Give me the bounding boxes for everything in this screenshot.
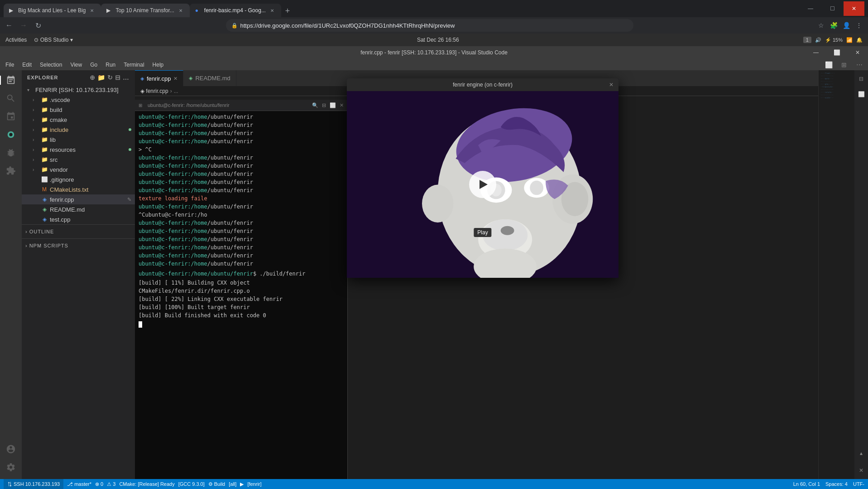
status-cmake[interactable]: CMake: [Release] Ready bbox=[119, 481, 174, 487]
menu-go[interactable]: Go bbox=[86, 61, 101, 69]
menu-help[interactable]: Help bbox=[149, 61, 168, 69]
terminal-cursor-line[interactable] bbox=[135, 320, 347, 329]
npm-header[interactable]: › NPM SCRIPTS bbox=[22, 241, 135, 251]
status-line-col[interactable]: Ln 60, Col 1 bbox=[793, 481, 820, 487]
profile-icon[interactable]: 👤 bbox=[841, 20, 852, 31]
extensions-icon[interactable]: 🧩 bbox=[828, 20, 839, 31]
status-errors[interactable]: ⊗ 0 bbox=[95, 481, 103, 487]
reload-button[interactable]: ↻ bbox=[33, 20, 43, 31]
right-side-icon4[interactable]: ✕ bbox=[854, 464, 868, 477]
status-all[interactable]: [all] bbox=[229, 481, 236, 487]
tab3-close[interactable]: ✕ bbox=[269, 7, 276, 14]
tab2-close[interactable]: ✕ bbox=[177, 7, 184, 14]
status-ssh[interactable]: ⮁ SSH 10.176.233.193 bbox=[4, 479, 63, 489]
activity-debug[interactable] bbox=[3, 145, 19, 161]
menu-selection[interactable]: Selection bbox=[36, 61, 66, 69]
activity-bar bbox=[0, 70, 22, 479]
tree-root[interactable]: ▾ FENRIR [SSH: 10.176.233.193] bbox=[22, 85, 135, 95]
menu-file[interactable]: File bbox=[2, 61, 18, 69]
new-tab-button[interactable]: + bbox=[281, 5, 294, 17]
refresh-icon[interactable]: ↻ bbox=[107, 74, 113, 81]
tree-item-gitignore[interactable]: ⬜ .gitignore bbox=[22, 174, 135, 184]
tree-item-include[interactable]: › 📁 include bbox=[22, 125, 135, 135]
menu-icon[interactable]: ⋮ bbox=[854, 20, 864, 31]
obs-menu[interactable]: ⊙ OBS Studio ▾ bbox=[34, 37, 72, 43]
right-side-icon2[interactable]: ⬜ bbox=[854, 87, 868, 101]
browser-tab-1[interactable]: ▶ Big Mack and Lies - Lee Big ✕ bbox=[4, 4, 101, 17]
tree-item-cmakelists[interactable]: M CMakeLists.txt bbox=[22, 184, 135, 194]
bookmark-icon[interactable]: ☆ bbox=[815, 20, 826, 31]
gcc-label: [GCC 9.3.0] bbox=[178, 481, 205, 487]
status-git[interactable]: ⎇ master* bbox=[67, 481, 91, 487]
activity-accounts[interactable] bbox=[3, 441, 19, 457]
tree-item-vscode[interactable]: › 📁 .vscode bbox=[22, 95, 135, 105]
tree-item-lib[interactable]: › 📁 lib bbox=[22, 135, 135, 145]
svg-point-15 bbox=[501, 226, 514, 235]
activity-bottom bbox=[3, 441, 19, 479]
close-button[interactable]: ✕ bbox=[844, 1, 864, 16]
activity-scm[interactable] bbox=[3, 108, 19, 125]
split-editor-icon[interactable]: ⬜ bbox=[822, 58, 835, 72]
new-file-icon[interactable]: ⊕ bbox=[90, 74, 96, 81]
collapse-icon[interactable]: ⊟ bbox=[115, 74, 121, 81]
terminal-close-icon[interactable]: ✕ bbox=[340, 102, 344, 108]
menu-run[interactable]: Run bbox=[102, 61, 119, 69]
more-icon[interactable]: … bbox=[123, 74, 129, 81]
tab-fenrir-cpp[interactable]: ◈ fenrir.cpp ✕ bbox=[135, 70, 183, 86]
tree-item-fenrir-cpp[interactable]: ◈ fenrir.cpp ✎ bbox=[22, 194, 135, 204]
vscode-minimize[interactable]: — bbox=[806, 46, 826, 59]
menu-view[interactable]: View bbox=[67, 61, 86, 69]
tab1-close[interactable]: ✕ bbox=[88, 7, 96, 14]
layout-icon[interactable]: ⊞ bbox=[837, 58, 851, 72]
status-spaces[interactable]: Spaces: 4 bbox=[825, 481, 848, 487]
activity-extensions[interactable] bbox=[3, 163, 19, 179]
video-play-button[interactable] bbox=[469, 171, 496, 198]
activity-search[interactable] bbox=[3, 90, 19, 107]
new-folder-icon[interactable]: 📁 bbox=[97, 74, 106, 81]
term-line: ubuntu@c-fenrir:/home/ubuntu/fenrir bbox=[139, 227, 344, 235]
status-gcc[interactable]: [GCC 9.3.0] bbox=[178, 481, 205, 487]
minimize-button[interactable]: — bbox=[800, 1, 821, 16]
menu-terminal[interactable]: Terminal bbox=[120, 61, 148, 69]
video-close-button[interactable]: ✕ bbox=[608, 81, 615, 88]
url-bar[interactable]: 🔒 https://drive.google.com/file/d/1URc2L… bbox=[226, 19, 633, 32]
status-target[interactable]: [fenrir] bbox=[247, 481, 261, 487]
vscode-close[interactable]: ✕ bbox=[847, 46, 868, 59]
tree-item-cmake[interactable]: › 📁 cmake bbox=[22, 115, 135, 125]
tree-item-vendor[interactable]: › 📁 vendor bbox=[22, 165, 135, 174]
back-button[interactable]: ← bbox=[4, 20, 14, 31]
vscode-maximize[interactable]: ⬜ bbox=[826, 46, 847, 59]
maximize-button[interactable]: ☐ bbox=[822, 1, 843, 16]
activities-btn[interactable]: Activities bbox=[5, 37, 27, 43]
settings-layout-icon[interactable]: ⋯ bbox=[853, 58, 866, 72]
terminal-split-icon[interactable]: ⊟ bbox=[322, 102, 326, 108]
tab-readme[interactable]: ◈ README.md bbox=[183, 70, 236, 86]
outline-header[interactable]: › OUTLINE bbox=[22, 227, 135, 237]
tab-fenrir-cpp-close[interactable]: ✕ bbox=[173, 76, 177, 82]
status-encoding[interactable]: UTF- bbox=[853, 481, 864, 487]
activity-settings[interactable] bbox=[3, 459, 19, 475]
menu-edit[interactable]: Edit bbox=[19, 61, 35, 69]
terminal-max-icon[interactable]: ⬜ bbox=[330, 102, 336, 108]
tree-item-readme[interactable]: ◈ README.md bbox=[22, 204, 135, 214]
terminal-search-icon[interactable]: 🔍 bbox=[312, 102, 318, 108]
right-side-icon1[interactable]: ⊟ bbox=[854, 72, 868, 86]
breadcrumb-file[interactable]: ◈ fenrir.cpp bbox=[140, 88, 168, 94]
browser-tab-2[interactable]: ▶ Top 10 Anime Transfor... ✕ bbox=[101, 4, 189, 17]
notification-icon[interactable]: 🔔 bbox=[856, 37, 863, 43]
activity-explorer[interactable] bbox=[3, 72, 19, 88]
forward-button[interactable]: → bbox=[18, 20, 29, 31]
browser-tab-3[interactable]: ● fenrir-basic.mp4 - Goog... ✕ bbox=[190, 4, 281, 17]
tree-item-src[interactable]: › 📁 src bbox=[22, 155, 135, 165]
tree-item-test-cpp[interactable]: ◈ test.cpp bbox=[22, 214, 135, 224]
activity-remote[interactable] bbox=[3, 126, 19, 143]
right-side-icon3[interactable]: ▴ bbox=[854, 446, 868, 460]
status-warnings[interactable]: ⚠ 3 bbox=[107, 481, 115, 487]
tree-item-build[interactable]: › 📁 build bbox=[22, 105, 135, 115]
workspace-indicator[interactable]: 1 bbox=[803, 37, 811, 43]
status-run[interactable]: ▶ bbox=[240, 481, 244, 487]
tree-item-resources[interactable]: › 📁 resources bbox=[22, 145, 135, 155]
breadcrumb-section[interactable]: ... bbox=[174, 88, 178, 94]
outline-chevron: › bbox=[25, 229, 28, 234]
status-build[interactable]: ⚙ Build bbox=[208, 481, 225, 487]
